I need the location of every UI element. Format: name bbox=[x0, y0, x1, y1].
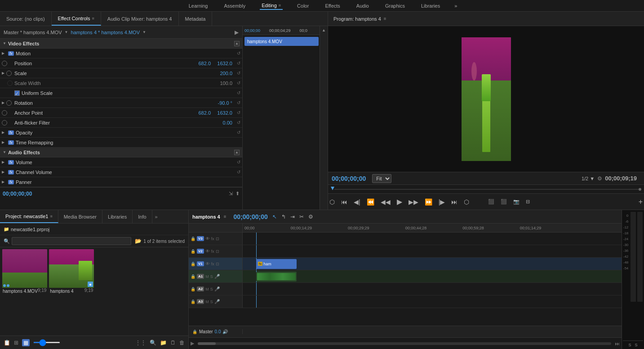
anchor-x-value[interactable]: 682.0 bbox=[193, 110, 211, 116]
channel-volume-expand-icon[interactable]: ▶ bbox=[2, 170, 4, 174]
go-to-prev-edit-icon[interactable]: ⏪ bbox=[365, 197, 376, 206]
track-v1-visibility[interactable]: 👁 bbox=[205, 261, 210, 266]
project-freeform-icon[interactable]: ▦ bbox=[22, 339, 30, 346]
rotation-expand-icon[interactable]: ▶ bbox=[2, 101, 4, 105]
go-to-in-icon[interactable]: ⏮ bbox=[340, 197, 349, 206]
track-a3-badge[interactable]: A3 bbox=[197, 299, 204, 304]
track-a1-solo[interactable]: S bbox=[210, 274, 213, 279]
scrubber-bar[interactable] bbox=[334, 189, 641, 190]
more-workspaces-icon[interactable]: » bbox=[454, 3, 457, 9]
track-v2-fx[interactable]: fx bbox=[211, 249, 214, 254]
position-animate-icon[interactable] bbox=[2, 61, 7, 66]
razor-tool-icon[interactable]: ✂ bbox=[299, 214, 304, 220]
step-fwd-icon[interactable]: |▶ bbox=[437, 197, 447, 206]
track-a2-area[interactable] bbox=[243, 283, 622, 295]
position-y-value[interactable]: 1632.0 bbox=[214, 61, 232, 66]
step-back-frame-icon[interactable]: ◀◀ bbox=[379, 197, 392, 206]
track-v2-visibility[interactable]: 👁 bbox=[205, 249, 210, 254]
track-v3-visibility[interactable]: 👁 bbox=[205, 236, 210, 241]
new-item-icon[interactable]: 🗒 bbox=[170, 340, 176, 346]
tab-effect-controls[interactable]: Effect Controls ≡ bbox=[52, 12, 101, 26]
audio-effects-header[interactable]: ▼ Audio Effects ▲ bbox=[0, 148, 242, 157]
anchor-reset-icon[interactable]: ↺ bbox=[237, 110, 240, 115]
track-v3-badge[interactable]: V3 bbox=[197, 236, 204, 241]
automate-sequence-icon[interactable]: ⋮⋮ bbox=[135, 340, 146, 346]
track-a2-mic[interactable]: 🎤 bbox=[214, 286, 220, 291]
track-a1-mute[interactable]: M bbox=[205, 274, 209, 279]
nav-item-learning[interactable]: Learning bbox=[187, 2, 210, 9]
settings-icon[interactable]: ⚙ bbox=[597, 175, 602, 182]
track-a1-lock[interactable]: 🔒 bbox=[191, 274, 195, 279]
new-bin-icon[interactable]: 📂 bbox=[135, 238, 142, 244]
anchor-animate-icon[interactable] bbox=[2, 110, 7, 116]
v1-clip[interactable]: fx ham bbox=[256, 259, 297, 269]
timeline-end-icon[interactable]: ⏭ bbox=[615, 341, 620, 346]
find-icon[interactable]: 🔍 bbox=[150, 340, 156, 346]
scale-width-reset-icon[interactable]: ↺ bbox=[237, 81, 240, 85]
program-menu-icon[interactable]: ≡ bbox=[384, 16, 386, 21]
media-item[interactable]: hamptons 4.MOV 9;19 bbox=[2, 249, 47, 294]
nav-item-effects[interactable]: Effects bbox=[323, 2, 342, 9]
nav-item-audio[interactable]: Audio bbox=[355, 2, 371, 9]
master-lock[interactable]: 🔒 bbox=[192, 330, 197, 334]
motion-reset-icon[interactable]: ↺ bbox=[237, 51, 240, 56]
volume-reset-icon[interactable]: ↺ bbox=[237, 160, 240, 165]
ec-timeline-scroll-up[interactable]: ▲ bbox=[322, 28, 326, 32]
track-v2-track-select[interactable]: ⊡ bbox=[216, 249, 219, 254]
anti-flicker-reset-icon[interactable]: ↺ bbox=[237, 120, 240, 125]
audio-effects-collapse-icon[interactable]: ▼ bbox=[3, 150, 6, 154]
track-a1-mic[interactable]: 🎤 bbox=[214, 274, 220, 279]
timeline-play-icon[interactable]: ▶ bbox=[191, 340, 194, 346]
nav-item-libraries[interactable]: Libraries bbox=[419, 2, 442, 9]
track-v1-badge[interactable]: V1 bbox=[197, 261, 204, 266]
video-effects-scroll-up[interactable]: ▲ bbox=[234, 41, 240, 46]
anti-flicker-value[interactable]: 0.00 bbox=[214, 120, 232, 125]
track-a2-mute[interactable]: M bbox=[205, 287, 209, 291]
nav-item-assembly[interactable]: Assembly bbox=[222, 2, 248, 9]
ec-timeline-clip[interactable]: hamptons 4.MOV bbox=[244, 37, 319, 46]
source-active-clip[interactable]: hamptons 4 * hamptons 4.MOV bbox=[71, 30, 140, 35]
mark-in-icon[interactable]: ⬡ bbox=[328, 197, 336, 206]
track-a2-solo[interactable]: S bbox=[210, 287, 213, 291]
new-bin-toolbar-icon[interactable]: 📁 bbox=[160, 340, 167, 346]
channel-volume-reset-icon[interactable]: ↺ bbox=[237, 170, 240, 174]
overwrite-icon[interactable]: ⬛ bbox=[499, 198, 508, 206]
anchor-y-value[interactable]: 1632.0 bbox=[214, 110, 232, 116]
track-a3-mute[interactable]: M bbox=[205, 300, 209, 304]
track-a3-area[interactable] bbox=[243, 295, 622, 308]
step-back-icon[interactable]: ◀| bbox=[352, 197, 362, 206]
uniform-scale-reset-icon[interactable]: ↺ bbox=[237, 90, 240, 95]
opacity-reset-icon[interactable]: ↺ bbox=[237, 130, 240, 135]
track-a2-lock[interactable]: 🔒 bbox=[191, 287, 195, 291]
track-v2-area[interactable] bbox=[243, 245, 622, 257]
settings-tool-icon[interactable]: ⚙ bbox=[308, 214, 313, 220]
position-x-value[interactable]: 682.0 bbox=[193, 61, 211, 66]
scale-reset-icon[interactable]: ↺ bbox=[237, 71, 240, 76]
rotation-animate-icon[interactable] bbox=[6, 100, 12, 106]
track-select-icon[interactable]: ⇥ bbox=[290, 214, 295, 220]
scale-expand-icon[interactable]: ▶ bbox=[2, 71, 4, 75]
tab-libraries[interactable]: Libraries bbox=[102, 210, 133, 223]
motion-expand-icon[interactable]: ▶ bbox=[2, 51, 4, 55]
rotation-reset-icon[interactable]: ↺ bbox=[237, 100, 240, 105]
tab-source[interactable]: Source: (no clips) bbox=[0, 12, 52, 26]
tab-media-browser[interactable]: Media Browser bbox=[58, 210, 102, 223]
track-v3-area[interactable] bbox=[243, 233, 622, 245]
delete-icon[interactable]: 🗑 bbox=[179, 340, 185, 346]
project-icon-view-icon[interactable]: ⊞ bbox=[14, 340, 18, 346]
master-value[interactable]: 0.0 bbox=[215, 329, 221, 334]
nav-item-color[interactable]: Color bbox=[295, 2, 311, 9]
track-a2-badge[interactable]: A2 bbox=[197, 286, 204, 291]
compare-icon[interactable]: ⊟ bbox=[524, 198, 531, 206]
track-v1-lock[interactable]: 🔒 bbox=[191, 262, 195, 266]
fit-dropdown[interactable]: Fit bbox=[372, 174, 391, 183]
source-dropdown-icon[interactable]: ▼ bbox=[65, 30, 68, 34]
timeline-scroll-thumb[interactable] bbox=[198, 342, 216, 345]
opacity-expand-icon[interactable]: ▶ bbox=[2, 130, 4, 134]
selection-tool-icon[interactable]: ↖ bbox=[272, 214, 277, 220]
icon-size-slider[interactable] bbox=[33, 342, 60, 343]
track-a3-solo[interactable]: S bbox=[210, 300, 213, 304]
media-item-2[interactable]: ■ hamptons 4 9;19 bbox=[49, 249, 94, 294]
track-v2-lock[interactable]: 🔒 bbox=[191, 249, 195, 254]
play-button[interactable]: ▶ bbox=[395, 197, 404, 207]
